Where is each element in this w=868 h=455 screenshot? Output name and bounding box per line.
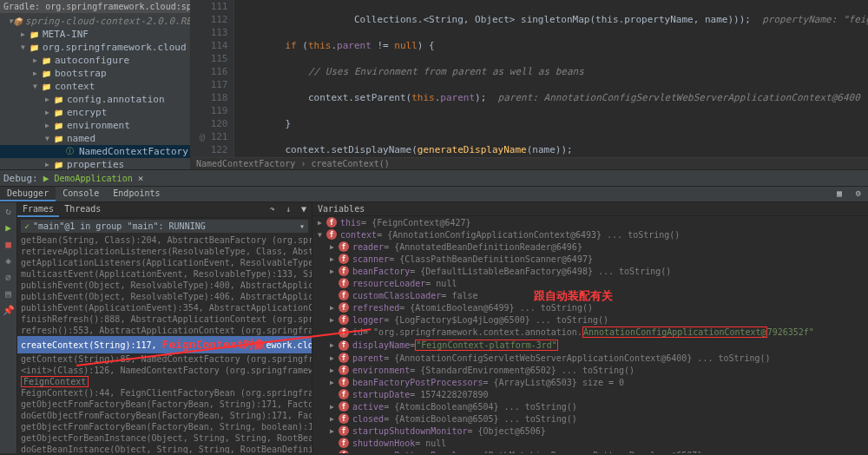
chevron-down-icon[interactable]: ▾ — [299, 221, 305, 231]
tree-root[interactable]: ▼📦spring-cloud-context-2.0.0.RELEASE.jar… — [0, 15, 190, 28]
variable-row[interactable]: ▶fresourcePatternResolver = {PathMatchin… — [312, 449, 868, 453]
check-icon: ✓ — [24, 221, 30, 231]
variable-row[interactable]: ▶flogger = {LogFactory$Log4jLog@6500} ..… — [312, 313, 868, 326]
frame-item[interactable]: getObjectFromFactoryBean(FactoryBean, St… — [17, 421, 312, 432]
code-editor[interactable]: 111112113114 115116117118 119120@ 121122… — [191, 0, 868, 169]
override-gutter-icon: @ — [196, 130, 205, 143]
frame-item[interactable]: finishRefresh():888, AbstractApplication… — [17, 313, 312, 325]
variable-row[interactable]: fstartupDate = 1574228207890 — [312, 388, 868, 400]
tree-named-context-factory[interactable]: ⒾNamedContextFactory — [0, 145, 190, 158]
code-body[interactable]: Collections.<String, Object> singletonMa… — [234, 0, 869, 157]
frames-tab[interactable]: Frames — [17, 202, 59, 217]
variable-row[interactable]: fid = "org.springframework.context.annot… — [312, 326, 868, 339]
variable-row[interactable]: ▶fstartupShutdownMonitor = {Object@6506} — [312, 425, 868, 437]
frame-item[interactable]: retrieveApplicationListeners(ResolvableT… — [17, 246, 312, 257]
frame-item[interactable]: getObjectForBeanInstance(Object, String,… — [17, 432, 312, 444]
frame-item[interactable]: doGetObjectFromFactoryBean(FactoryBean, … — [17, 410, 312, 421]
frame-item[interactable]: <init>(Class):126, NamedContextFactory (… — [17, 365, 312, 376]
variables-panel[interactable]: Variables ▶fthis = {FeignContext@6427}▼f… — [312, 202, 868, 453]
variable-row[interactable]: ▶fdisplayName = "FeignContext-platform-3… — [312, 339, 868, 352]
variable-row[interactable]: fshutdownHook = null — [312, 437, 868, 449]
run-config-icon: ▶ — [43, 173, 49, 184]
variable-row[interactable]: ▶fparent = {AnnotationConfigServletWebSe… — [312, 352, 868, 364]
frame-item[interactable]: getBean(String, Class):204, AbstractBean… — [17, 234, 312, 246]
frame-item[interactable]: publishEvent(Object, ResolvableType):406… — [17, 291, 312, 302]
breadcrumb: NamedContextFactory › createContext() — [191, 157, 868, 169]
debug-toolwindow-header: Debug: ▶ DemoApplication × — [0, 169, 868, 187]
variable-row[interactable]: ▶freader = {AnnotatedBeanDefinitionReade… — [312, 241, 868, 253]
frame-item[interactable]: publishEvent(Object, ResolvableType):400… — [17, 280, 312, 291]
close-icon[interactable]: × — [138, 173, 144, 184]
settings-icon[interactable]: ⚙ — [849, 187, 868, 201]
tree-context[interactable]: ▼📁context — [0, 80, 190, 93]
tree-named[interactable]: ▼📁named — [0, 132, 190, 145]
debug-side-toolbar: ↻ ▶ ■ ◈ ⌀ ▤ 📌 — [0, 202, 17, 453]
threads-tab[interactable]: Threads — [59, 202, 106, 217]
frame-item[interactable]: FeignContext():44, FeignClientFactoryBea… — [17, 387, 312, 399]
filter-icon[interactable]: ▼ — [296, 202, 312, 217]
variable-row[interactable]: ▶fenvironment = {StandardEnvironment@650… — [312, 364, 868, 376]
tree-encrypt[interactable]: ▶📁encrypt — [0, 106, 190, 119]
project-tree[interactable]: Gradle: org.springframework.cloud:spring… — [0, 0, 191, 169]
tree-pkg[interactable]: ▼📁org.springframework.cloud — [0, 41, 190, 54]
tab-console[interactable]: Console — [56, 187, 106, 201]
stop-icon[interactable]: ■ — [5, 239, 11, 250]
tree-bootstrap[interactable]: ▶📁bootstrap — [0, 67, 190, 80]
layout-icon[interactable]: ▤ — [5, 288, 11, 300]
variable-row[interactable]: fresourceLoader = null — [312, 277, 868, 289]
tab-endpoints[interactable]: Endpoints — [106, 187, 167, 201]
tree-autoconfigure[interactable]: ▶📁autoconfigure — [0, 54, 190, 67]
debug-title: Debug: — [3, 173, 38, 184]
tree-meta-inf[interactable]: ▶📁META-INF — [0, 28, 190, 41]
variable-row[interactable]: ▶fclosed = {AtomicBoolean@6505} ... toSt… — [312, 412, 868, 425]
frames-panel[interactable]: Frames Threads ↷ ↓ ▼ ✓ "main"@1 in group… — [17, 202, 312, 453]
frame-item[interactable]: refresh():553, AbstractApplicationContex… — [17, 325, 312, 336]
frame-item[interactable]: getObjectFromFactoryBean(FactoryBean, St… — [17, 399, 312, 410]
layout-icon[interactable]: ▦ — [830, 187, 849, 201]
variable-row[interactable]: ▼fcontext = {AnnotationConfigApplication… — [312, 228, 868, 241]
step-over-icon[interactable]: ↷ — [265, 202, 280, 217]
mute-breakpoints-icon[interactable]: ⌀ — [5, 272, 11, 283]
step-into-icon[interactable]: ↓ — [280, 202, 296, 217]
tab-debugger[interactable]: Debugger — [0, 187, 56, 201]
tree-properties[interactable]: ▶📁properties — [0, 158, 190, 169]
variable-row[interactable]: ▶factive = {AtomicBoolean@6504} ... toSt… — [312, 400, 868, 412]
frame-item[interactable]: multicastEvent(ApplicationEvent, Resolva… — [17, 268, 312, 280]
rerun-icon[interactable]: ↻ — [5, 206, 11, 217]
pin-icon[interactable]: 📌 — [3, 305, 15, 316]
variable-row[interactable]: ▶fbeanFactory = {DefaultListableBeanFact… — [312, 265, 868, 277]
variables-title: Variables — [312, 202, 868, 216]
tree-environment[interactable]: ▶📁environment — [0, 119, 190, 132]
project-header: Gradle: org.springframework.cloud:spring… — [0, 0, 190, 13]
thread-selector[interactable]: ✓ "main"@1 in group "main": RUNNING ▾ — [21, 220, 308, 233]
view-breakpoints-icon[interactable]: ◈ — [5, 255, 11, 267]
frame-item[interactable]: getApplicationListeners(ApplicationEvent… — [17, 257, 312, 268]
variable-row[interactable]: ▶fscanner = {ClassPathBeanDefinitionScan… — [312, 253, 868, 265]
frame-item[interactable]: createContext(String):117, FeignContext对… — [17, 336, 312, 353]
frame-item[interactable]: doGetBeanInstance(Object, String, String… — [17, 444, 312, 453]
annotation-label-right: 跟自动装配有关 — [534, 288, 613, 304]
variable-row[interactable]: ▶fbeanFactoryPostProcessors = {ArrayList… — [312, 376, 868, 388]
line-gutter: 111112113114 115116117118 119120@ 121122… — [191, 0, 234, 157]
run-config-name[interactable]: DemoApplication — [54, 174, 132, 183]
variable-row[interactable]: ▶fthis = {FeignContext@6427} — [312, 216, 868, 228]
resume-icon[interactable]: ▶ — [5, 222, 11, 234]
frame-item[interactable]: publishEvent(ApplicationEvent):354, Abst… — [17, 302, 312, 313]
frame-item[interactable]: FeignContext — [17, 376, 312, 387]
tree-config-annotation[interactable]: ▶📁config.annotation — [0, 93, 190, 106]
